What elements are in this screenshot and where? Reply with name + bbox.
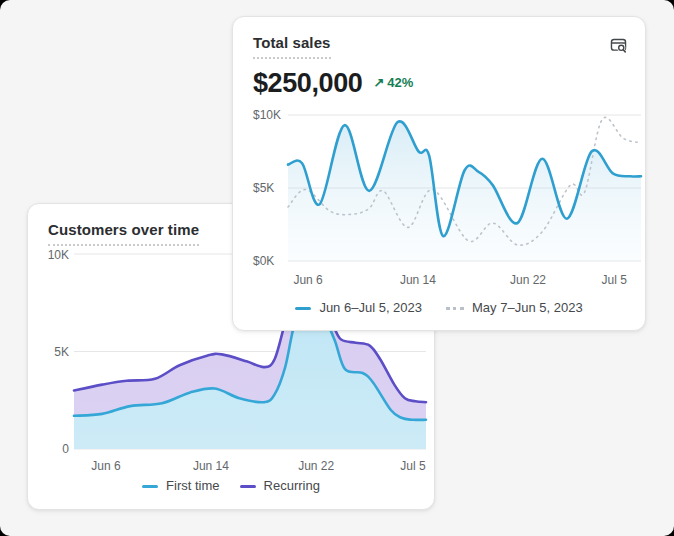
y-axis-tick: 0 (42, 442, 69, 456)
legend-label: Recurring (264, 478, 320, 494)
x-axis-tick: Jun 6 (293, 273, 322, 287)
x-axis-tick: Jul 5 (601, 273, 626, 287)
x-axis-tick: Jun 22 (510, 273, 546, 287)
total-sales-delta: ↗ 42% (373, 75, 413, 91)
legend-label: First time (166, 478, 219, 494)
legend-item-current-period: Jun 6–Jul 5, 2023 (295, 300, 422, 316)
y-axis-tick: $5K (253, 181, 287, 195)
x-axis-tick: Jun 14 (400, 273, 436, 287)
legend-swatch-current-period (295, 307, 311, 310)
legend-item-previous-period: May 7–Jun 5, 2023 (446, 300, 583, 316)
customers-chart-legend: First time Recurring (28, 478, 434, 494)
x-axis-tick: Jun 22 (298, 459, 334, 473)
total-sales-value: $250,000 (253, 67, 362, 99)
legend-item-recurring: Recurring (240, 478, 320, 494)
view-report-button[interactable] (605, 32, 631, 58)
legend-label: Jun 6–Jul 5, 2023 (319, 300, 422, 316)
y-axis-tick: 10K (42, 248, 69, 262)
legend-item-first-time: First time (142, 478, 219, 494)
legend-swatch-first-time (142, 485, 158, 488)
x-axis: Jun 6 Jun 14 Jun 22 Jul 5 (288, 273, 641, 287)
sales-line-chart-svg[interactable] (288, 111, 641, 265)
legend-swatch-recurring (240, 485, 256, 488)
y-axis-tick: 5K (42, 345, 69, 359)
x-axis-tick: Jun 14 (193, 459, 229, 473)
trend-up-arrow-icon: ↗ (373, 75, 384, 91)
legend-label: May 7–Jun 5, 2023 (472, 300, 583, 316)
sales-chart-legend: Jun 6–Jul 5, 2023 May 7–Jun 5, 2023 (233, 300, 645, 316)
delta-percent: 42% (387, 75, 413, 91)
sales-card-title[interactable]: Total sales (253, 34, 331, 59)
y-axis-tick: $0K (253, 254, 287, 268)
x-axis-tick: Jun 6 (91, 459, 120, 473)
x-axis-tick: Jul 5 (400, 459, 425, 473)
total-sales-card: Total sales $250,000 ↗ 42% $10K $5K $0K (232, 16, 646, 331)
report-magnifier-icon (609, 36, 628, 55)
x-axis: Jun 6 Jun 14 Jun 22 Jul 5 (74, 459, 426, 473)
metric-row: $250,000 ↗ 42% (253, 67, 413, 99)
customers-card-title[interactable]: Customers over time (48, 221, 199, 246)
sales-chart[interactable] (288, 111, 641, 265)
analytics-dashboard-canvas: Customers over time 10K 5K 0 Jun 6 Jun 1… (0, 0, 674, 536)
card-header: Total sales (253, 34, 631, 59)
legend-swatch-previous-period (446, 307, 464, 310)
y-axis-tick: $10K (253, 108, 287, 122)
